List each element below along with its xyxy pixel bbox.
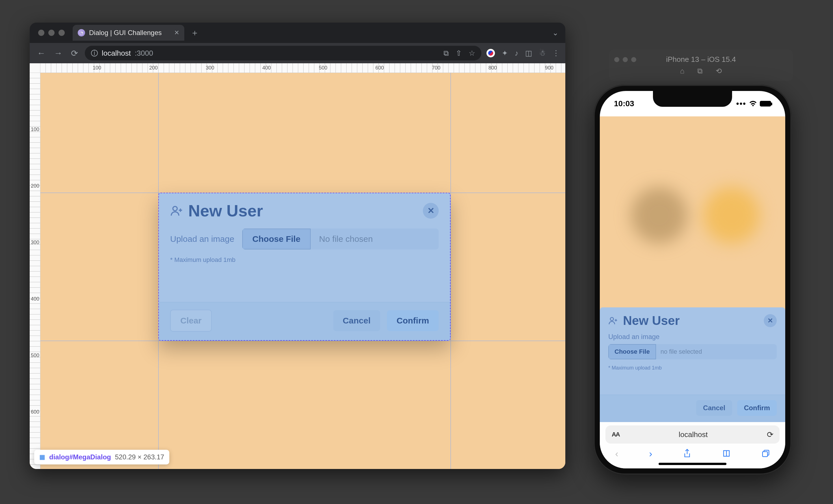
dialog-title: New User [188, 201, 418, 220]
safari-share-icon[interactable] [683, 449, 691, 458]
ruler-h-tick: 700 [432, 65, 441, 71]
extensions-icon[interactable]: ✦ [502, 49, 508, 58]
choose-file-button[interactable]: Choose File [608, 344, 656, 359]
reload-icon[interactable]: ⟳ [767, 430, 774, 439]
omnibox[interactable]: i localhost:3000 ⧉ ⇧ ☆ [85, 46, 481, 60]
nav-forward-icon[interactable]: → [52, 47, 64, 59]
ruler-h-tick: 600 [375, 65, 384, 71]
choose-file-button[interactable]: Choose File [242, 229, 311, 249]
confirm-button[interactable]: Confirm [737, 400, 777, 416]
battery-icon [760, 101, 771, 106]
cellular-icon: ••• [736, 99, 746, 108]
sim-traffic-lights[interactable] [614, 57, 636, 62]
url-host: localhost [102, 49, 131, 58]
traffic-min-icon[interactable] [48, 30, 54, 36]
devtools-panel-icon[interactable]: ◫ [525, 49, 532, 58]
bookmark-star-icon[interactable]: ☆ [469, 49, 475, 58]
traffic-close-icon[interactable] [614, 57, 619, 62]
ruler-v-tick: 200 [31, 183, 39, 189]
text-size-icon[interactable]: AA [612, 431, 620, 438]
ruler-h-tick: 800 [489, 65, 497, 71]
ruler-corner [30, 63, 41, 73]
more-menu-icon[interactable]: ⋮ [552, 49, 560, 58]
traffic-min-icon[interactable] [623, 57, 628, 62]
profile-avatar-icon[interactable]: ☃ [539, 49, 546, 58]
site-info-icon[interactable]: i [91, 50, 98, 56]
traffic-close-icon[interactable] [38, 30, 44, 36]
mega-dialog: New User ✕ Upload an image Choose File N… [158, 193, 451, 341]
simulator-titlebar: iPhone 13 – iOS 15.4 ⌂ ⧉ ⟲ [609, 50, 793, 81]
grid-icon: ▦ [39, 453, 45, 461]
canvas-area: New User ✕ Upload an image Choose File N… [41, 73, 565, 469]
upload-hint: * Maximum upload 1mb [608, 363, 777, 371]
file-input[interactable]: Choose File No file chosen [242, 229, 439, 249]
dialog-footer: Clear Cancel Confirm [159, 302, 450, 340]
open-external-icon[interactable]: ⧉ [444, 49, 449, 58]
cancel-button[interactable]: Cancel [696, 400, 732, 416]
safari-toolbar: ‹ › [600, 444, 785, 463]
dialog-header: New User ✕ [159, 193, 450, 226]
ruler-v-tick: 300 [31, 240, 39, 246]
svg-point-1 [610, 318, 613, 321]
favicon-icon: ◔ [78, 29, 85, 36]
window-traffic-lights[interactable] [38, 30, 65, 36]
cancel-button[interactable]: Cancel [333, 310, 380, 331]
tabs-dropdown-icon[interactable]: ⌄ [552, 28, 558, 37]
browser-tab[interactable]: ◔ Dialog | GUI Challenges ✕ [73, 25, 184, 41]
clear-button[interactable]: Clear [170, 310, 212, 332]
sim-screenshot-icon[interactable]: ⧉ [697, 67, 703, 75]
phone-screen: 10:03 ••• New Us [600, 91, 785, 469]
new-tab-icon[interactable]: ＋ [191, 27, 199, 39]
ruler-h-tick: 200 [149, 65, 158, 71]
inspect-selector: dialog#MegaDialog [49, 453, 111, 461]
share-icon[interactable]: ⇧ [456, 49, 462, 58]
dialog-title: New User [623, 313, 759, 328]
ruler-v-tick: 100 [31, 127, 39, 132]
ruler-h-tick: 500 [319, 65, 327, 71]
safari-url-text: localhost [679, 430, 708, 439]
ruler-horizontal: 100 200 300 400 500 600 700 800 900 [41, 63, 565, 73]
status-time: 10:03 [614, 99, 634, 108]
extension-compass-icon[interactable] [486, 49, 495, 57]
nav-reload-icon[interactable]: ⟳ [69, 47, 80, 60]
file-name-text: No file chosen [311, 229, 439, 249]
browser-tabbar: ◔ Dialog | GUI Challenges ✕ ＋ ⌄ [30, 23, 565, 43]
sim-rotate-icon[interactable]: ⟲ [716, 67, 722, 75]
ruler-h-tick: 100 [93, 65, 101, 71]
dialog-footer: Cancel Confirm [600, 395, 785, 422]
inspect-dimensions: 520.29 × 263.17 [115, 453, 164, 461]
confirm-button[interactable]: Confirm [387, 310, 439, 331]
ruler-h-tick: 900 [545, 65, 553, 71]
user-plus-icon [170, 204, 183, 217]
nav-back-icon[interactable]: ← [35, 47, 47, 59]
wifi-icon [749, 101, 757, 106]
traffic-max-icon[interactable] [631, 57, 636, 62]
traffic-max-icon[interactable] [58, 30, 65, 36]
phone-content: New User ✕ Upload an image Choose File n… [600, 117, 785, 422]
dialog-body: Upload an image Choose File no file sele… [600, 331, 785, 391]
safari-url-bar[interactable]: AA localhost ⟳ [605, 426, 780, 444]
svg-point-0 [173, 206, 177, 210]
file-input[interactable]: Choose File no file selected [608, 344, 777, 359]
safari-back-icon[interactable]: ‹ [615, 448, 618, 459]
safari-tabs-icon[interactable] [761, 449, 770, 458]
tab-title: Dialog | GUI Challenges [89, 29, 162, 37]
home-indicator[interactable] [659, 463, 727, 465]
phone-frame: 10:03 ••• New Us [594, 85, 791, 475]
upload-label: Upload an image [608, 333, 660, 341]
inspect-tooltip: ▦ dialog#MegaDialog 520.29 × 263.17 [34, 450, 169, 464]
dialog-close-button[interactable]: ✕ [423, 203, 439, 219]
user-plus-icon [608, 316, 618, 325]
upload-label: Upload an image [170, 234, 234, 244]
browser-viewport: 100 200 300 400 500 600 700 800 900 100 … [30, 63, 565, 469]
media-icon[interactable]: ♪ [515, 49, 518, 58]
svg-rect-2 [762, 452, 767, 457]
dialog-close-button[interactable]: ✕ [764, 314, 777, 327]
safari-forward-icon[interactable]: › [649, 448, 652, 459]
browser-window: ◔ Dialog | GUI Challenges ✕ ＋ ⌄ ← → ⟳ i … [30, 23, 565, 469]
tab-close-icon[interactable]: ✕ [174, 29, 179, 36]
upload-row: Upload an image Choose File no file sele… [608, 333, 777, 359]
browser-toolbar: ← → ⟳ i localhost:3000 ⧉ ⇧ ☆ ✦ ♪ ◫ ☃ ⋮ [30, 43, 565, 63]
sim-home-icon[interactable]: ⌂ [680, 67, 685, 75]
safari-bookmarks-icon[interactable] [722, 449, 731, 458]
